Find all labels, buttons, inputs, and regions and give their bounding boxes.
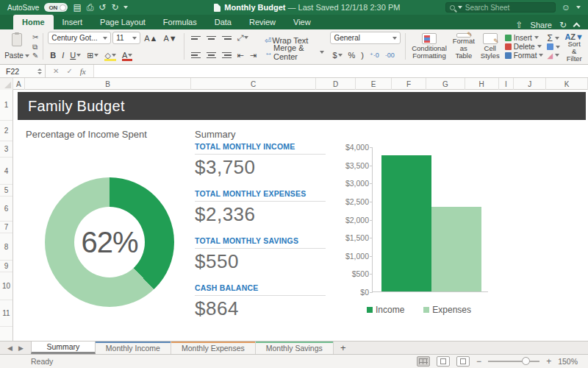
enter-icon[interactable]: ✓ [66,67,72,75]
align-right-button[interactable] [220,49,234,61]
sort-filter-button[interactable]: AZ▼ Sort & Filter [563,32,585,61]
zoom-slider[interactable] [488,361,539,362]
comma-style-button[interactable]: ) [359,49,366,61]
search-input[interactable] [465,4,546,12]
column-header-B[interactable]: B [25,78,191,90]
cut-icon[interactable]: ✂ [32,33,38,41]
add-sheet-button[interactable]: + [334,342,353,354]
column-header-K[interactable]: K [546,78,588,90]
column-header-J[interactable]: J [514,78,546,90]
row-header-7[interactable]: 7 [0,222,12,233]
row-header-9[interactable]: 9 [0,261,12,272]
toolbar-more-icon[interactable] [123,6,128,9]
merge-center-button[interactable]: ↔ Merge & Center [262,46,326,58]
row-header-2[interactable]: 2 [0,121,12,141]
normal-view-button[interactable] [417,356,430,367]
font-color-button[interactable]: A [120,49,135,61]
collapse-ribbon-icon[interactable] [573,23,581,30]
row-header-5[interactable]: 5 [0,185,12,197]
zoom-level[interactable]: 150% [558,357,578,366]
row-header-4[interactable]: 4 [0,158,12,185]
increase-decimal-button[interactable]: ⁺·0 [368,49,381,61]
shrink-font-button[interactable]: A▼ [161,32,179,44]
orientation-button[interactable]: ⤢ [235,32,251,43]
italic-button[interactable]: I [60,49,66,61]
borders-button[interactable]: ⊞ [85,49,101,61]
page-break-view-button[interactable] [456,356,470,367]
redo-icon[interactable]: ↻ [111,3,118,12]
copy-icon[interactable]: ⧉ [32,43,38,51]
undo-icon[interactable]: ↺ [98,3,106,12]
page-layout-view-button[interactable] [437,356,450,367]
row-header-11[interactable]: 11 [0,300,12,327]
zoom-in-button[interactable]: + [546,356,551,367]
bar-chart[interactable]: $4,000$3,500$3,000$2,500$2,000$1,500$1,0… [338,141,500,322]
next-sheet-icon[interactable]: ▶ [18,344,24,352]
column-header-G[interactable]: G [426,78,465,90]
align-center-button[interactable] [204,49,218,61]
zoom-out-button[interactable]: − [476,356,481,367]
ribbon-tab-formulas[interactable]: Formulas [154,15,206,29]
row-header-10[interactable]: 10 [0,272,12,300]
row-header-1[interactable]: 1 [0,90,12,121]
grow-font-button[interactable]: A▲ [142,32,159,44]
cell-styles-button[interactable]: ✎ Cell Styles [479,32,501,61]
format-painter-icon[interactable]: ✎ [32,52,38,60]
donut-chart[interactable]: 62% [45,177,174,307]
decrease-decimal-button[interactable]: ·00 [383,49,397,61]
delete-cells-button[interactable]: Delete [505,42,544,51]
feedback-smiley-icon[interactable]: ☺ [562,3,570,12]
name-box[interactable]: F22 [0,65,46,78]
increase-indent-button[interactable]: ⇥ [248,49,259,61]
column-header-H[interactable]: H [465,78,499,90]
column-header-E[interactable]: E [356,78,392,90]
align-left-button[interactable] [189,49,203,61]
prev-sheet-icon[interactable]: ◀ [7,344,12,352]
sheet-tab-monthly-savings[interactable]: Monthly Savings [256,342,334,354]
cancel-icon[interactable]: ✕ [53,67,59,75]
share-button[interactable]: Share [531,21,552,29]
currency-button[interactable]: $ [330,49,344,61]
percent-button[interactable]: % [346,49,358,61]
conditional-formatting-button[interactable]: Conditional Formatting [410,32,448,61]
font-name-combo[interactable]: Century Got... [48,32,111,44]
number-format-combo[interactable]: General [330,32,401,44]
align-middle-button[interactable] [204,32,218,43]
search-scope-caret-icon[interactable] [458,6,462,9]
underline-button[interactable]: U [68,49,83,61]
insert-cells-button[interactable]: Insert [505,33,544,42]
feedback-caret-icon[interactable] [576,6,581,9]
align-top-button[interactable] [189,32,203,43]
align-bottom-button[interactable] [220,32,234,43]
ribbon-tab-insert[interactable]: Insert [54,15,92,29]
print-icon[interactable]: ⎙ [87,3,94,12]
row-header-3[interactable]: 3 [0,141,12,158]
format-as-table-button[interactable]: ✎ Format as Table [451,32,476,61]
search-box[interactable] [445,2,556,13]
row-header-8[interactable]: 8 [0,233,12,261]
column-header-I[interactable]: I [499,78,514,90]
bold-button[interactable]: B [48,49,58,61]
format-cells-button[interactable]: Format [505,51,544,60]
column-header-A[interactable]: A [13,78,26,90]
decrease-indent-button[interactable]: ⇤ [235,49,246,61]
fill-button[interactable] [547,43,560,52]
autosum-button[interactable]: Σ [547,33,560,43]
column-header-D[interactable]: D [316,78,356,90]
ribbon-tab-data[interactable]: Data [206,15,240,29]
paste-button[interactable]: Paste [4,32,29,61]
version-history-icon[interactable]: ↻ [559,21,567,29]
share-icon[interactable]: ⇧ [516,21,523,29]
sheet-tab-summary[interactable]: Summary [31,342,96,354]
insert-function-icon[interactable]: fx [80,67,86,76]
font-size-combo[interactable]: 11 [112,32,140,44]
sheet-canvas[interactable]: Family Budget Percentage of Income Spent… [13,90,588,341]
name-box-stepper[interactable] [37,68,42,74]
ribbon-tab-review[interactable]: Review [240,15,284,29]
column-header-C[interactable]: C [191,78,316,90]
sheet-tab-monthly-expenses[interactable]: Monthly Expenses [171,342,256,354]
ribbon-tab-page-layout[interactable]: Page Layout [91,15,154,29]
zoom-slider-thumb[interactable] [522,357,530,365]
clear-button[interactable]: ◢ [547,52,560,60]
select-all-corner[interactable] [0,78,13,90]
